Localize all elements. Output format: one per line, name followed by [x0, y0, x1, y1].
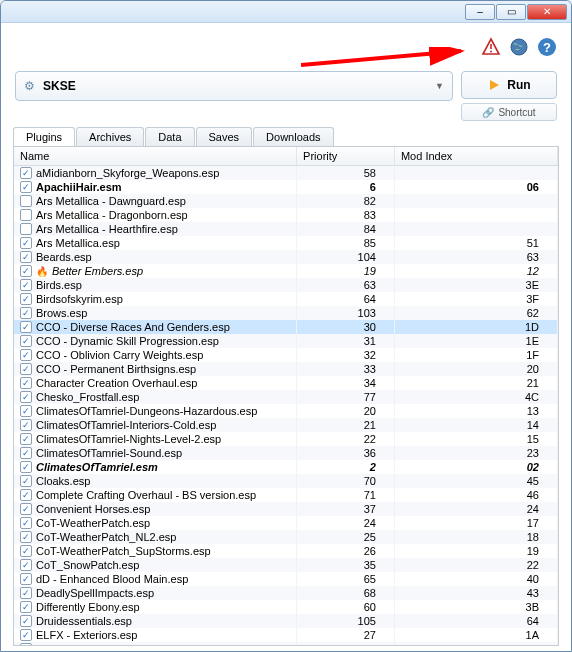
table-row[interactable]: Complete Crafting Overhaul - BS version.…	[14, 488, 558, 502]
table-row[interactable]: ClimatesOfTamriel-Sound.esp3623	[14, 446, 558, 460]
table-row[interactable]: Birdsofskyrim.esp643F	[14, 292, 558, 306]
table-row[interactable]: CoT-WeatherPatch.esp2417	[14, 516, 558, 530]
plugin-checkbox[interactable]	[20, 629, 32, 641]
table-row[interactable]: Ars Metallica - Dragonborn.esp83	[14, 208, 558, 222]
plugin-checkbox[interactable]	[20, 419, 32, 431]
table-row[interactable]: Beards.esp10463	[14, 250, 558, 264]
plugin-priority: 2	[297, 460, 395, 474]
plugin-checkbox[interactable]	[20, 363, 32, 375]
plugin-modindex: 22	[394, 558, 557, 572]
table-row[interactable]: ClimatesOfTamriel-Nights-Level-2.esp2215	[14, 432, 558, 446]
table-row[interactable]: Ars Metallica - Dawnguard.esp82	[14, 194, 558, 208]
plugin-priority: 31	[297, 334, 395, 348]
table-row[interactable]: ApachiiHair.esm606	[14, 180, 558, 194]
plugin-checkbox[interactable]	[20, 265, 32, 277]
table-row[interactable]: CoT-WeatherPatch_NL2.esp2518	[14, 530, 558, 544]
plugin-checkbox[interactable]	[20, 559, 32, 571]
plugin-checkbox[interactable]	[20, 377, 32, 389]
plugin-checkbox[interactable]	[20, 587, 32, 599]
plugin-priority: 20	[297, 404, 395, 418]
plugin-checkbox[interactable]	[20, 209, 32, 221]
plugin-checkbox[interactable]	[20, 251, 32, 263]
plugin-checkbox[interactable]	[20, 307, 32, 319]
table-row[interactable]: aMidianborn_Skyforge_Weapons.esp58	[14, 166, 558, 181]
plugin-checkbox[interactable]	[20, 237, 32, 249]
tab-data[interactable]: Data	[145, 127, 194, 146]
plugin-checkbox[interactable]	[20, 447, 32, 459]
plugin-checkbox[interactable]	[20, 181, 32, 193]
plugin-checkbox[interactable]	[20, 195, 32, 207]
globe-icon[interactable]	[509, 37, 529, 57]
plugin-checkbox[interactable]	[20, 545, 32, 557]
plugin-checkbox[interactable]	[20, 335, 32, 347]
tab-plugins[interactable]: Plugins	[13, 127, 75, 146]
warning-icon[interactable]	[481, 37, 501, 57]
plugin-checkbox[interactable]	[20, 321, 32, 333]
plugin-checkbox[interactable]	[20, 531, 32, 543]
col-modindex[interactable]: Mod Index	[394, 147, 557, 166]
plugin-modindex: 63	[394, 250, 557, 264]
tab-downloads[interactable]: Downloads	[253, 127, 333, 146]
table-row[interactable]: Cloaks.esp7045	[14, 474, 558, 488]
table-row[interactable]: Brows.esp10362	[14, 306, 558, 320]
table-row[interactable]: ClimatesOfTamriel.esm202	[14, 460, 558, 474]
table-row[interactable]: Ars Metallica - Hearthfire.esp84	[14, 222, 558, 236]
maximize-button[interactable]: ▭	[496, 4, 526, 20]
plugin-checkbox[interactable]	[20, 643, 32, 645]
table-row[interactable]: ELFX - Exteriors.esp271A	[14, 628, 558, 642]
table-row[interactable]: DeadlySpellImpacts.esp6843	[14, 586, 558, 600]
table-row[interactable]: Druidessentials.esp10564	[14, 614, 558, 628]
table-row[interactable]: CCO - Oblivion Carry Weights.esp321F	[14, 348, 558, 362]
table-row[interactable]: Birds.esp633E	[14, 278, 558, 292]
plugin-checkbox[interactable]	[20, 489, 32, 501]
plugin-name: CCO - Permanent Birthsigns.esp	[36, 363, 196, 375]
table-row[interactable]: CoT_SnowPatch.esp3522	[14, 558, 558, 572]
executable-select[interactable]: ⚙ SKSE ▼	[15, 71, 453, 101]
table-row[interactable]: Convenient Horses.esp3724	[14, 502, 558, 516]
plugins-table-scroll[interactable]: Name Priority Mod Index aMidianborn_Skyf…	[14, 147, 558, 645]
plugin-checkbox[interactable]	[20, 573, 32, 585]
plugin-priority: 34	[297, 376, 395, 390]
plugin-modindex: 43	[394, 586, 557, 600]
table-row[interactable]: dD - Enhanced Blood Main.esp6540	[14, 572, 558, 586]
plugin-checkbox[interactable]	[20, 517, 32, 529]
tab-saves[interactable]: Saves	[196, 127, 253, 146]
tab-archives[interactable]: Archives	[76, 127, 144, 146]
plugin-checkbox[interactable]	[20, 601, 32, 613]
table-row[interactable]: ClimatesOfTamriel-Dungeons-Hazardous.esp…	[14, 404, 558, 418]
plugin-checkbox[interactable]	[20, 167, 32, 179]
plugin-checkbox[interactable]	[20, 475, 32, 487]
table-row[interactable]: ClimatesOfTamriel-Interiors-Cold.esp2114	[14, 418, 558, 432]
table-row[interactable]: ELFXEnhancer.esp281B	[14, 642, 558, 645]
col-name[interactable]: Name	[14, 147, 297, 166]
run-button[interactable]: Run	[461, 71, 557, 99]
table-row[interactable]: CCO - Diverse Races And Genders.esp301D	[14, 320, 558, 334]
table-row[interactable]: Character Creation Overhaul.esp3421	[14, 376, 558, 390]
plugin-checkbox[interactable]	[20, 461, 32, 473]
tab-bar: PluginsArchivesDataSavesDownloads	[1, 127, 571, 146]
plugin-checkbox[interactable]	[20, 349, 32, 361]
plugin-checkbox[interactable]	[20, 391, 32, 403]
shortcut-button[interactable]: 🔗 Shortcut	[461, 103, 557, 121]
plugin-priority: 63	[297, 278, 395, 292]
plugin-modindex: 06	[394, 180, 557, 194]
table-row[interactable]: 🔥Better Embers.esp1912	[14, 264, 558, 278]
plugin-checkbox[interactable]	[20, 279, 32, 291]
table-row[interactable]: Ars Metallica.esp8551	[14, 236, 558, 250]
plugin-checkbox[interactable]	[20, 503, 32, 515]
table-row[interactable]: Differently Ebony.esp603B	[14, 600, 558, 614]
plugin-checkbox[interactable]	[20, 223, 32, 235]
help-icon[interactable]: ?	[537, 37, 557, 57]
col-priority[interactable]: Priority	[297, 147, 395, 166]
table-row[interactable]: CoT-WeatherPatch_SupStorms.esp2619	[14, 544, 558, 558]
plugin-checkbox[interactable]	[20, 615, 32, 627]
close-button[interactable]: ✕	[527, 4, 567, 20]
table-row[interactable]: CCO - Dynamic Skill Progression.esp311E	[14, 334, 558, 348]
plugin-checkbox[interactable]	[20, 293, 32, 305]
plugin-modindex	[394, 222, 557, 236]
table-row[interactable]: CCO - Permanent Birthsigns.esp3320	[14, 362, 558, 376]
table-row[interactable]: Chesko_Frostfall.esp774C	[14, 390, 558, 404]
minimize-button[interactable]: –	[465, 4, 495, 20]
plugin-checkbox[interactable]	[20, 433, 32, 445]
plugin-checkbox[interactable]	[20, 405, 32, 417]
